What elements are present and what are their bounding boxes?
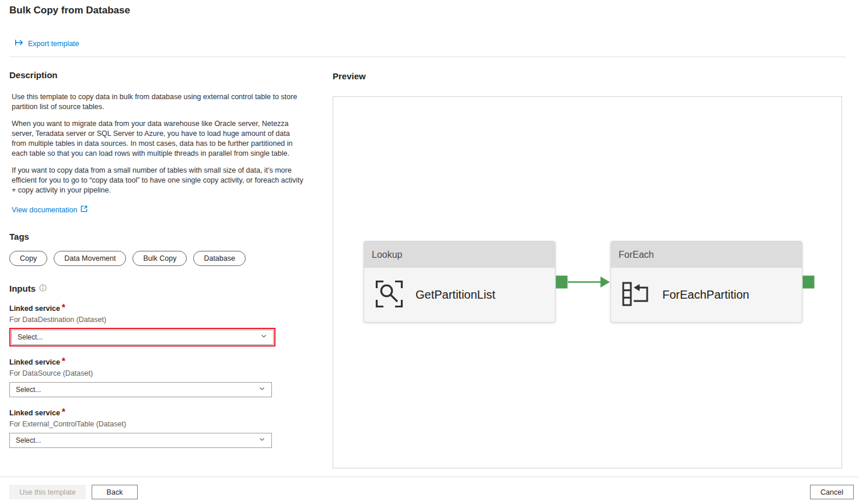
details-pane: Description Use this template to copy da… — [9, 70, 308, 448]
description-heading: Description — [9, 70, 308, 80]
linked-service-field-datadestination: Linked service* For DataDestination (Dat… — [9, 303, 308, 346]
field-sublabel: For External_ControlTable (Dataset) — [9, 420, 308, 428]
inputs-heading: Inputs — [9, 284, 36, 293]
dropdown-value: Select... — [16, 436, 41, 444]
required-asterisk: * — [62, 356, 65, 366]
field-label: Linked service — [9, 358, 60, 366]
header-divider — [9, 57, 846, 57]
activity-type-label: Lookup — [364, 242, 555, 268]
cancel-button[interactable]: Cancel — [810, 485, 854, 499]
export-template-label: Export template — [28, 40, 79, 48]
tags-list: Copy Data Movement Bulk Copy Database — [9, 251, 308, 266]
linked-service-field-datasource: Linked service* For DataSource (Dataset)… — [9, 356, 308, 397]
foreach-icon — [621, 280, 651, 310]
view-documentation-label: View documentation — [12, 206, 77, 214]
back-button[interactable]: Back — [92, 485, 138, 499]
linked-service-dropdown-datasource[interactable]: Select... — [9, 382, 272, 397]
lookup-icon — [374, 279, 404, 312]
dropdown-value: Select... — [16, 386, 41, 394]
field-label: Linked service — [9, 304, 60, 313]
view-documentation-link[interactable]: View documentation — [12, 205, 88, 214]
chevron-down-icon — [260, 332, 267, 341]
use-this-template-button[interactable]: Use this template — [9, 485, 86, 499]
field-label: Linked service — [9, 409, 60, 417]
dropdown-value: Select... — [18, 333, 43, 341]
footer-divider — [0, 477, 859, 477]
activity-name: ForEachPartition — [662, 288, 749, 302]
tag-pill[interactable]: Bulk Copy — [132, 251, 187, 266]
tag-pill[interactable]: Copy — [9, 251, 47, 266]
description-paragraph: When you want to migrate data from your … — [12, 119, 306, 159]
info-icon[interactable] — [39, 284, 47, 294]
export-template-button[interactable]: Export template — [15, 38, 79, 48]
page-title: Bulk Copy from Database — [9, 5, 130, 16]
activity-node-foreach[interactable]: ForEach ForEachPartition — [610, 241, 802, 323]
preview-heading: Preview — [333, 71, 366, 81]
chevron-down-icon — [259, 385, 266, 394]
linked-service-dropdown-datadestination[interactable]: Select... — [11, 330, 274, 345]
linked-service-dropdown-controltable[interactable]: Select... — [9, 433, 272, 448]
field-sublabel: For DataSource (Dataset) — [9, 369, 308, 377]
description-paragraph: Use this template to copy data in bulk f… — [12, 92, 306, 112]
highlight-ring: Select... — [9, 328, 275, 346]
pipeline-preview-canvas[interactable]: Lookup GetPartitionList ForEach — [333, 96, 842, 468]
maps-to-icon — [15, 38, 23, 48]
tag-pill[interactable]: Data Movement — [54, 251, 126, 266]
chevron-down-icon — [259, 436, 266, 444]
linked-service-field-controltable: Linked service* For External_ControlTabl… — [9, 407, 308, 448]
field-sublabel: For DataDestination (Dataset) — [9, 316, 308, 324]
required-asterisk: * — [62, 407, 65, 417]
external-link-icon — [81, 205, 88, 214]
tags-heading: Tags — [9, 232, 308, 242]
tag-pill[interactable]: Database — [193, 251, 246, 266]
activity-type-label: ForEach — [611, 242, 802, 268]
activity-node-lookup[interactable]: Lookup GetPartitionList — [364, 241, 556, 323]
description-paragraph: If you want to copy data from a small nu… — [12, 166, 306, 195]
required-asterisk: * — [62, 303, 65, 313]
activity-name: GetPartitionList — [415, 288, 495, 302]
